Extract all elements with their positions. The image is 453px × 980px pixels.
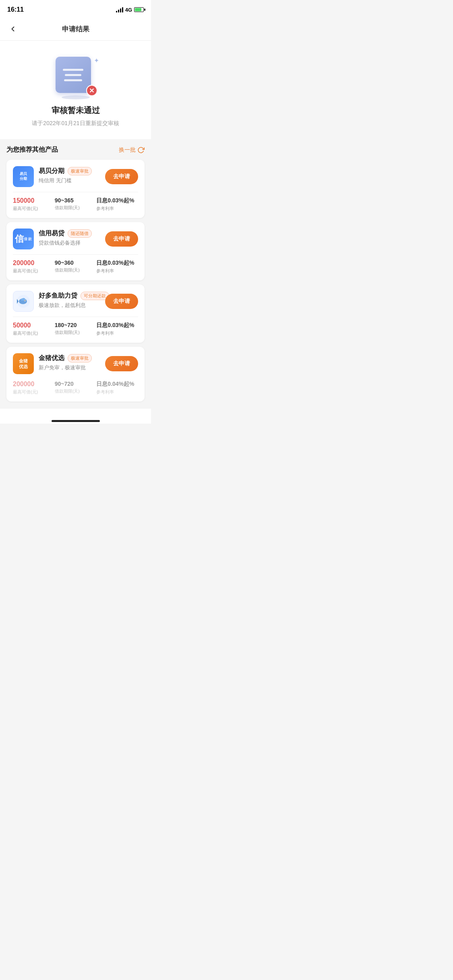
stat-period-value-yibei: 90~365 xyxy=(55,197,97,204)
sparkle-icon: ✦ xyxy=(94,57,99,64)
stat-rate-label-yibei: 参考利率 xyxy=(96,206,138,212)
refresh-icon xyxy=(137,146,145,154)
stat-rate-value-haoduo: 日息0.03%起% xyxy=(96,322,138,329)
card-top-xinyong: 信 借 款 信用易贷 随还随借 贷款借钱必备选择 去申请 xyxy=(13,229,138,249)
result-icon-wrap: ✦ ✕ xyxy=(56,57,96,97)
fish-svg xyxy=(16,294,31,309)
stat-period-haoduo: 180~720 借款期限(天) xyxy=(55,322,97,336)
status-icons: 4G xyxy=(116,7,144,13)
card-name-xinyong: 信用易贷 xyxy=(39,229,64,238)
page-title: 申请结果 xyxy=(62,25,89,34)
stat-period-value-jinzhu: 90~720 xyxy=(55,381,97,387)
stat-amount-value-yibei: 150000 xyxy=(13,197,55,204)
stat-amount-label-xinyong: 最高可借(元) xyxy=(13,268,55,274)
product-card-yibei: 易贝 分期 易贝分期 极速审批 纯信用 无门槛 去申请 150000 最高可借(… xyxy=(6,160,145,218)
back-button[interactable] xyxy=(6,23,19,35)
stat-amount-value-xinyong: 200000 xyxy=(13,259,55,267)
logo-yibei: 易贝 分期 xyxy=(13,166,34,187)
stat-period-value-xinyong: 90~360 xyxy=(55,259,97,266)
apply-button-haoduo[interactable]: 去申请 xyxy=(105,294,138,309)
card-tag-jinzhu: 极速审批 xyxy=(68,354,92,362)
doc-line-2 xyxy=(65,74,82,76)
card-stats-haoduo: 50000 最高可借(元) 180~720 借款期限(天) 日息0.03%起% … xyxy=(13,317,138,336)
stat-period-value-haoduo: 180~720 xyxy=(55,322,97,328)
stat-amount-value-jinzhu: 200000 xyxy=(13,381,55,388)
apply-button-jinzhu[interactable]: 去申请 xyxy=(105,356,138,371)
stat-amount-label-jinzhu: 最高可借(元) xyxy=(13,389,55,395)
stat-rate-yibei: 日息0.03%起% 参考利率 xyxy=(96,197,138,212)
stat-rate-label-xinyong: 参考利率 xyxy=(96,268,138,274)
stat-period-label-jinzhu: 借款期限(天) xyxy=(55,388,97,394)
result-section: ✦ ✕ 审核暂未通过 请于2022年01月21日重新提交审核 xyxy=(0,41,151,139)
stat-amount-xinyong: 200000 最高可借(元) xyxy=(13,259,55,274)
result-subtitle: 请于2022年01月21日重新提交审核 xyxy=(32,120,119,127)
network-label: 4G xyxy=(125,7,132,13)
battery-icon xyxy=(134,7,144,12)
refresh-label: 换一批 xyxy=(119,146,136,154)
refresh-button[interactable]: 换一批 xyxy=(119,146,145,154)
logo-jinzhu-line2: 优选 xyxy=(19,364,28,369)
stat-rate-xinyong: 日息0.03%起% 参考利率 xyxy=(96,259,138,274)
apply-button-yibei[interactable]: 去申请 xyxy=(105,169,138,184)
document-icon xyxy=(56,57,91,93)
stat-rate-value-jinzhu: 日息0.04%起% xyxy=(96,381,138,388)
stat-rate-jinzhu: 日息0.04%起% 参考利率 xyxy=(96,381,138,395)
stat-amount-label-yibei: 最高可借(元) xyxy=(13,206,55,212)
logo-jinzhu-line1: 金猪 xyxy=(19,358,28,364)
card-top-jinzhu: 金猪 优选 金猪优选 极速审批 新户免审，极速审批 去申请 xyxy=(13,353,138,374)
stat-period-label-yibei: 借款期限(天) xyxy=(55,205,97,211)
recommendation-section: 为您推荐其他产品 换一批 易贝 分期 xyxy=(0,139,151,409)
card-top-yibei: 易贝 分期 易贝分期 极速审批 纯信用 无门槛 去申请 xyxy=(13,166,138,187)
stat-rate-value-xinyong: 日息0.03%起% xyxy=(96,259,138,267)
stat-rate-label-haoduo: 参考利率 xyxy=(96,330,138,336)
stat-amount-value-haoduo: 50000 xyxy=(13,322,55,329)
stat-period-label-xinyong: 借款期限(天) xyxy=(55,267,97,273)
card-tag-yibei: 极速审批 xyxy=(68,167,92,175)
stat-rate-label-jinzhu: 参考利率 xyxy=(96,389,138,395)
stat-amount-jinzhu: 200000 最高可借(元) xyxy=(13,381,55,395)
status-bar: 16:11 4G xyxy=(0,0,151,18)
stat-period-xinyong: 90~360 借款期限(天) xyxy=(55,259,97,274)
stat-rate-value-yibei: 日息0.03%起% xyxy=(96,197,138,204)
stat-rate-haoduo: 日息0.03%起% 参考利率 xyxy=(96,322,138,336)
product-card-haoduo: 好多鱼助力贷 可分期还款 极速放款，超低利息 去申请 50000 最高可借(元)… xyxy=(6,284,145,343)
logo-haoduo xyxy=(13,291,34,312)
status-time: 16:11 xyxy=(7,6,24,13)
card-name-yibei: 易贝分期 xyxy=(39,167,64,175)
stat-amount-yibei: 150000 最高可借(元) xyxy=(13,197,55,212)
card-stats-jinzhu: 200000 最高可借(元) 90~720 借款期限(天) 日息0.04%起% … xyxy=(13,379,138,395)
card-name-haoduo: 好多鱼助力贷 xyxy=(39,292,77,300)
bottom-bar xyxy=(0,417,151,424)
shadow-ellipse xyxy=(62,95,90,99)
product-card-xinyong: 信 借 款 信用易贷 随还随借 贷款借钱必备选择 去申请 200000 最高可借… xyxy=(6,222,145,280)
doc-line-1 xyxy=(63,69,83,71)
stat-period-yibei: 90~365 借款期限(天) xyxy=(55,197,97,212)
rec-section-title: 为您推荐其他产品 xyxy=(6,146,58,154)
stat-amount-haoduo: 50000 最高可借(元) xyxy=(13,322,55,336)
apply-button-xinyong[interactable]: 去申请 xyxy=(105,231,138,247)
main-content: ✦ ✕ 审核暂未通过 请于2022年01月21日重新提交审核 为您推荐其他产品 … xyxy=(0,41,151,417)
error-badge: ✕ xyxy=(86,85,97,96)
card-stats-xinyong: 200000 最高可借(元) 90~360 借款期限(天) 日息0.03%起% … xyxy=(13,254,138,274)
rec-header: 为您推荐其他产品 换一批 xyxy=(6,146,145,154)
doc-line-3 xyxy=(64,79,82,81)
logo-jinzhu: 金猪 优选 xyxy=(13,353,34,374)
product-card-jinzhu: 金猪 优选 金猪优选 极速审批 新户免审，极速审批 去申请 200000 最高可… xyxy=(6,347,145,401)
stat-period-jinzhu: 90~720 借款期限(天) xyxy=(55,381,97,395)
result-title: 审核暂未通过 xyxy=(52,105,100,116)
nav-bar: 申请结果 xyxy=(0,18,151,41)
card-top-haoduo: 好多鱼助力贷 可分期还款 极速放款，超低利息 去申请 xyxy=(13,291,138,312)
signal-icon xyxy=(116,7,123,12)
card-name-jinzhu: 金猪优选 xyxy=(39,354,64,362)
logo-xinyong: 信 借 款 xyxy=(13,229,34,249)
card-tag-haoduo: 可分期还款 xyxy=(81,292,109,300)
home-indicator[interactable] xyxy=(52,420,100,422)
stat-period-label-haoduo: 借款期限(天) xyxy=(55,329,97,336)
card-stats-yibei: 150000 最高可借(元) 90~365 借款期限(天) 日息0.03%起% … xyxy=(13,192,138,212)
card-tag-xinyong: 随还随借 xyxy=(68,229,92,238)
svg-point-4 xyxy=(25,300,25,301)
stat-amount-label-haoduo: 最高可借(元) xyxy=(13,330,55,336)
